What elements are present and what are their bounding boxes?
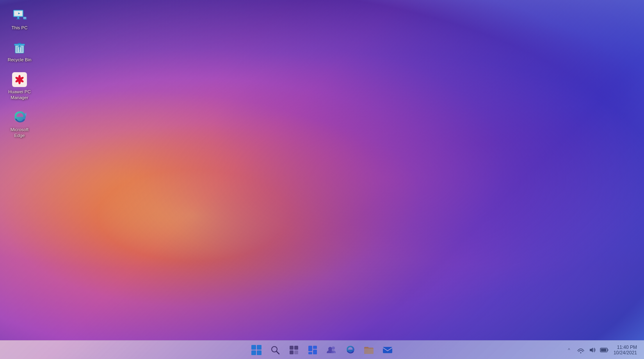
svg-rect-3	[16, 19, 20, 20]
start-button[interactable]	[248, 341, 265, 359]
desktop-icon-microsoft-edge[interactable]: Microsoft Edge	[4, 108, 35, 140]
task-view-button[interactable]	[285, 341, 302, 359]
svg-rect-32	[308, 352, 312, 354]
svg-rect-10	[18, 43, 21, 44]
svg-line-25	[277, 351, 279, 354]
edge-taskbar-button[interactable]	[342, 341, 359, 359]
clock-date: 10/24/2021	[614, 350, 637, 355]
svg-point-35	[332, 347, 335, 350]
taskbar-center-icons	[248, 341, 396, 359]
search-button[interactable]	[267, 341, 284, 359]
svg-rect-7	[23, 19, 27, 20]
mail-button[interactable]	[379, 341, 396, 359]
desktop-icon-huawei-pc-manager[interactable]: Huawei PC Manager	[4, 70, 35, 103]
desktop: This PC	[0, 0, 644, 359]
svg-rect-28	[290, 350, 294, 354]
svg-rect-23	[257, 350, 262, 355]
svg-rect-2	[17, 17, 19, 19]
recycle-bin-label: Recycle Bin	[8, 57, 32, 63]
sound-tray-icon[interactable]	[588, 345, 597, 355]
widgets-button[interactable]	[304, 341, 321, 359]
svg-rect-21	[257, 345, 262, 350]
svg-rect-26	[290, 346, 294, 350]
svg-rect-29	[294, 350, 298, 354]
this-pc-icon	[12, 8, 27, 23]
desktop-icons-area: This PC	[0, 0, 35, 144]
svg-rect-22	[251, 350, 256, 355]
clock-time: 11:40 PM	[617, 345, 637, 350]
svg-rect-20	[251, 345, 256, 350]
network-tray-icon[interactable]	[576, 345, 585, 355]
teams-chat-button[interactable]	[323, 341, 340, 359]
recycle-bin-icon	[12, 40, 27, 55]
svg-rect-33	[313, 350, 317, 354]
microsoft-edge-icon	[12, 110, 27, 125]
svg-rect-36	[383, 347, 392, 353]
clock-display[interactable]: 11:40 PM 10/24/2021	[611, 344, 639, 356]
desktop-icon-recycle-bin[interactable]: Recycle Bin	[4, 38, 35, 65]
microsoft-edge-label: Microsoft Edge	[6, 127, 33, 139]
show-hidden-icons-button[interactable]: ^	[564, 345, 574, 355]
huawei-icon-box	[12, 72, 27, 87]
huawei-pc-manager-icon	[12, 72, 27, 87]
svg-rect-27	[294, 346, 298, 350]
svg-rect-30	[308, 346, 312, 351]
svg-rect-41	[607, 349, 608, 351]
huawei-pc-manager-label: Huawei PC Manager	[6, 89, 33, 101]
system-tray: ^	[564, 344, 644, 356]
svg-rect-40	[601, 348, 606, 351]
file-explorer-button[interactable]	[360, 341, 377, 359]
svg-marker-38	[590, 348, 593, 352]
desktop-icon-this-pc[interactable]: This PC	[4, 6, 35, 33]
svg-rect-6	[23, 17, 27, 19]
this-pc-label: This PC	[12, 25, 28, 31]
battery-tray-icon[interactable]	[600, 345, 609, 355]
svg-rect-31	[313, 346, 317, 349]
svg-point-37	[580, 352, 581, 353]
taskbar: ^	[0, 340, 644, 359]
